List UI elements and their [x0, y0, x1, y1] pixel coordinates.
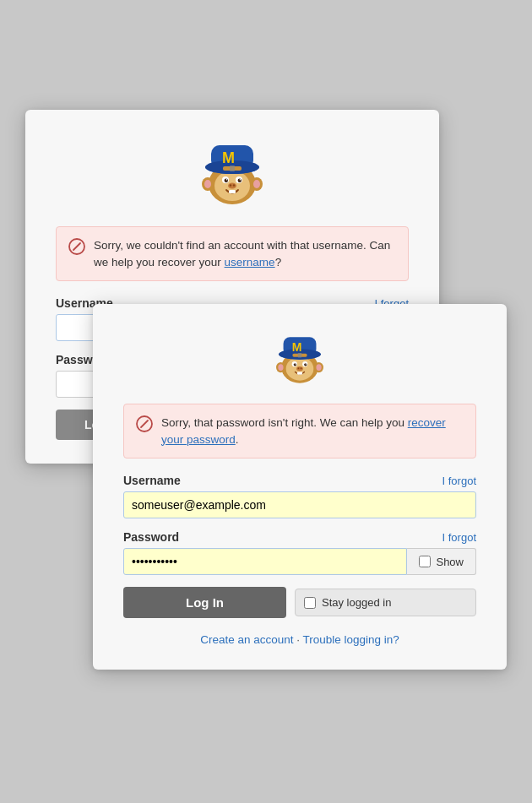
trouble-logging-link[interactable]: Trouble logging in?: [303, 633, 399, 646]
svg-point-5: [238, 179, 242, 182]
mailchimp-logo-front: M: [270, 329, 329, 388]
svg-point-29: [304, 363, 307, 366]
svg-rect-21: [230, 165, 235, 171]
svg-point-28: [294, 363, 296, 366]
svg-rect-11: [229, 190, 236, 193]
svg-point-32: [296, 366, 303, 371]
svg-point-9: [230, 184, 231, 186]
svg-point-39: [316, 364, 321, 371]
svg-point-13: [204, 180, 211, 188]
actions-row: Log In Stay logged in: [123, 587, 476, 618]
logo-area-back: M: [56, 135, 409, 211]
logo-area-front: M: [123, 329, 476, 388]
svg-text:M: M: [292, 340, 302, 354]
password-forgot-link-front[interactable]: I forgot: [442, 531, 476, 544]
svg-line-47: [141, 420, 148, 427]
svg-point-6: [226, 179, 228, 181]
error-icon-front: [136, 415, 153, 432]
svg-point-4: [225, 179, 228, 182]
mailchimp-logo-back: M: [194, 135, 270, 211]
svg-point-7: [240, 179, 242, 181]
svg-point-8: [228, 183, 236, 189]
username-error-text: Sorry, we couldn't find an account with …: [94, 237, 396, 270]
svg-point-30: [295, 363, 296, 364]
username-forgot-link-front[interactable]: I forgot: [442, 475, 476, 487]
password-input-front[interactable]: [123, 548, 407, 575]
stay-logged-in-checkbox[interactable]: [304, 597, 316, 609]
password-label-front: Password: [123, 530, 179, 544]
password-input-row: Show: [123, 548, 476, 575]
svg-point-10: [233, 184, 235, 186]
username-input-front[interactable]: [123, 491, 476, 518]
username-error-box: Sorry, we couldn't find an account with …: [56, 226, 409, 281]
show-password-btn[interactable]: Show: [407, 548, 476, 575]
username-recover-link[interactable]: username: [225, 256, 275, 269]
svg-point-34: [301, 367, 302, 369]
login-button-front[interactable]: Log In: [123, 587, 286, 618]
username-label-front: Username: [123, 474, 181, 487]
username-field-row-front: Username I forgot: [123, 474, 476, 487]
svg-line-23: [73, 243, 80, 250]
password-field-row-front: Password I forgot: [123, 530, 476, 544]
footer-links: Create an account · Trouble logging in?: [123, 633, 476, 646]
login-card-front: M Sorry, that password isn't right. We c…: [93, 304, 507, 670]
show-password-checkbox[interactable]: [419, 556, 431, 567]
svg-point-31: [306, 363, 307, 364]
svg-point-15: [253, 180, 260, 188]
error-icon-back: [68, 238, 85, 255]
stay-logged-in-label[interactable]: Stay logged in: [295, 589, 476, 616]
svg-text:M: M: [222, 149, 235, 166]
create-account-link[interactable]: Create an account: [200, 633, 293, 646]
svg-rect-35: [297, 372, 302, 375]
svg-rect-45: [298, 353, 302, 357]
password-error-box: Sorry, that password isn't right. We can…: [123, 404, 476, 458]
password-error-text: Sorry, that password isn't right. We can…: [161, 415, 464, 448]
svg-point-37: [278, 364, 283, 371]
svg-point-33: [298, 367, 300, 369]
